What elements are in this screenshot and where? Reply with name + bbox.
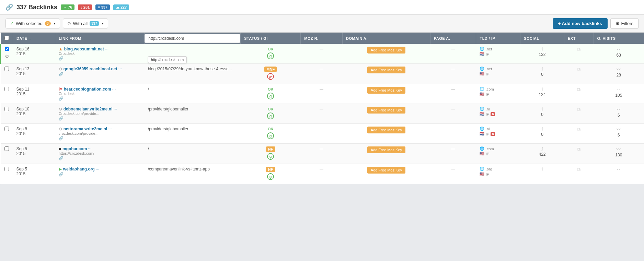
row-checkbox[interactable] — [4, 107, 9, 111]
link-from-sub: Crozdesk — [59, 92, 141, 96]
with-selected-count: 0 — [45, 21, 51, 26]
table-row: Sep 8 2015 ⊙ nettorama.write2me.nl ··· c… — [1, 124, 644, 144]
settings-icon[interactable]: ⚙ — [5, 54, 9, 59]
g-visits-value: 63 — [597, 53, 640, 58]
add-moz-key-button[interactable]: Add Free Moz Key — [367, 47, 405, 54]
add-moz-key-button[interactable]: Add Free Moz Key — [367, 146, 405, 153]
flag-icon: 🇺🇸 — [480, 152, 484, 156]
chart-icon: 〰 — [616, 127, 621, 132]
domain-a-cell[interactable]: Add Free Moz Key — [343, 104, 430, 124]
moz-r-cell: — — [301, 144, 343, 164]
domain-a-cell[interactable]: Add Free Moz Key — [343, 84, 430, 104]
share-icon: ⤴ — [541, 167, 543, 172]
social-value: 0 — [524, 72, 561, 77]
row-checkbox-cell[interactable]: ⚙ — [1, 44, 13, 64]
link-to-wrap: / — [148, 87, 237, 92]
row-checkbox[interactable] — [4, 67, 9, 71]
row-checkbox-cell[interactable] — [1, 124, 13, 144]
link-from-domain[interactable]: weidaohang.org ··· — [63, 167, 99, 171]
tld-ip-cell: 🌐 .nl 🇳🇱 IP 8 — [476, 124, 520, 144]
add-moz-key-button[interactable]: Add Free Moz Key — [367, 67, 405, 73]
th-link-to[interactable] — [145, 33, 241, 44]
page-a-cell: — — [430, 164, 476, 184]
link-from-sub: https://crozdesk.com/ — [59, 151, 141, 155]
row-checkbox[interactable] — [4, 146, 9, 151]
add-moz-key-button[interactable]: Add Free Moz Key — [367, 167, 405, 174]
ip-row: 🇺🇸 IP — [480, 172, 517, 176]
domain-icon: ⊙ — [59, 67, 62, 71]
select-all-checkbox[interactable] — [4, 36, 9, 40]
row-checkbox-cell[interactable] — [1, 164, 13, 184]
share-icon: ⤴ — [541, 67, 543, 72]
moz-r-cell: — — [301, 164, 343, 184]
date-cell: Sep 13 2015 — [13, 64, 55, 84]
social-cell: ⤴ 0 — [520, 64, 564, 84]
domain-a-cell[interactable]: Add Free Moz Key — [343, 124, 430, 144]
domain-icon: ▲ — [59, 47, 63, 51]
th-link-from: LINK FROM — [55, 33, 145, 44]
chart-icon: 〰 — [616, 47, 621, 52]
row-checkbox[interactable] — [4, 167, 9, 171]
status-cell: OK g — [241, 44, 301, 64]
date-value: Sep 10 — [16, 107, 52, 111]
with-selected-button[interactable]: ✓ With selected 0 ▾ — [5, 19, 60, 28]
flag-icon: 🇳🇱 — [480, 132, 484, 136]
add-moz-key-button[interactable]: Add Free Moz Key — [367, 107, 405, 114]
domain-a-cell[interactable]: Add Free Moz Key — [343, 144, 430, 164]
th-status: STATUS / GI — [241, 33, 301, 44]
with-all-caret: ▾ — [102, 22, 104, 25]
th-ext: EXT — [564, 33, 594, 44]
row-checkbox-cell[interactable] — [1, 64, 13, 84]
link-from-domain[interactable]: mgohar.com ··· — [62, 146, 92, 151]
domain-a-cell[interactable]: Add Free Moz Key — [343, 44, 430, 64]
date-year: 2015 — [16, 71, 52, 76]
domain-icon: ▶ — [59, 167, 62, 171]
social-cell: ⤴ — [520, 164, 564, 184]
link-to-value: / — [148, 87, 149, 92]
ext-cell: ⧉ — [564, 104, 594, 124]
filters-button[interactable]: ⚙ Filters — [610, 18, 639, 29]
flag-icon: 🇳🇱 — [480, 52, 484, 56]
add-backlinks-button[interactable]: + Add new backlinks — [553, 18, 608, 29]
add-moz-key-button[interactable]: Add Free Moz Key — [367, 127, 405, 133]
link-from-cell: ■ mgohar.com ··· https://crozdesk.com/ 🔗 — [55, 144, 145, 164]
share-icon: ⤴ — [541, 47, 543, 52]
row-checkbox[interactable] — [5, 47, 9, 51]
with-all-button[interactable]: ⊙ With all 337 ▾ — [63, 19, 108, 28]
date-value: Sep 16 — [16, 47, 52, 51]
tld-ip-cell: 🌐 .com 🇺🇸 IP — [476, 144, 520, 164]
chart-icon: 〰 — [616, 87, 621, 93]
moz-r-cell: — — [301, 44, 343, 64]
globe-icon: 🌐 — [480, 87, 484, 91]
th-page-a: PAGE A. — [430, 33, 476, 44]
tld-row: 🌐 .nl — [480, 127, 517, 131]
table-row: Sep 5 2015 ■ mgohar.com ··· https://croz… — [1, 144, 644, 164]
link-from-domain[interactable]: blog.websummit.net ··· — [64, 47, 108, 51]
row-checkbox-cell[interactable] — [1, 104, 13, 124]
link-from-domain[interactable]: deboemelaar.write2me.nl ··· — [64, 107, 117, 111]
row-checkbox-cell[interactable] — [1, 84, 13, 104]
th-date[interactable]: DATE ↑ — [13, 33, 55, 44]
add-moz-key-button[interactable]: Add Free Moz Key — [367, 87, 405, 94]
anchor-icon: 🔗 — [59, 172, 141, 177]
ip-label: IP — [486, 112, 489, 116]
domain-a-cell[interactable]: Add Free Moz Key — [343, 164, 430, 184]
google-ok-icon: g — [267, 112, 274, 119]
ip-badge: 8 — [491, 112, 495, 116]
ext-cell: ⧉ — [564, 144, 594, 164]
row-checkbox[interactable] — [4, 87, 9, 91]
link-to-input[interactable] — [145, 34, 240, 43]
social-cell: ⤴ 0 — [520, 104, 564, 124]
th-checkbox[interactable] — [1, 33, 13, 44]
link-from-domain[interactable]: hear.ceoblognation.com ··· — [64, 87, 116, 92]
link-from-domain[interactable]: nettorama.write2me.nl ··· — [64, 127, 112, 131]
social-value: 422 — [524, 152, 561, 157]
domain-a-cell[interactable]: Add Free Moz Key — [343, 64, 430, 84]
row-checkbox[interactable] — [4, 127, 9, 131]
link-from-domain[interactable]: google36059.reachlocal.net ··· — [64, 67, 122, 71]
status-ok: OK — [268, 87, 274, 91]
row-checkbox-cell[interactable] — [1, 144, 13, 164]
flag-icon: 🇳🇱 — [480, 112, 484, 116]
link-to-cell: /compare/mavenlink-vs-itemz-app — [145, 164, 241, 184]
link-to-wrap: / — [148, 146, 237, 151]
